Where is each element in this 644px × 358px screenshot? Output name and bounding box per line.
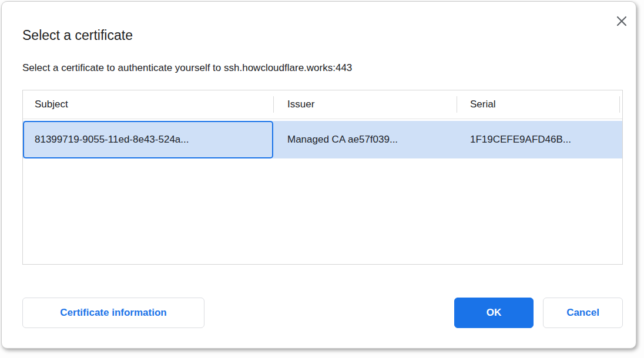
cell-issuer: Managed CA ae57f039...: [273, 121, 457, 158]
dialog-subtitle: Select a certificate to authenticate you…: [22, 62, 352, 74]
table-row-certificate[interactable]: 81399719-9055-11ed-8e43-524a... Managed …: [23, 121, 622, 158]
cancel-button[interactable]: Cancel: [543, 298, 623, 328]
dialog-title: Select a certificate: [22, 28, 133, 43]
ok-button[interactable]: OK: [454, 298, 534, 328]
cell-subject[interactable]: 81399719-9055-11ed-8e43-524a...: [23, 121, 273, 158]
table-header-row: Subject Issuer Serial: [23, 90, 622, 119]
close-icon: [615, 15, 628, 29]
certificate-select-dialog: Select a certificate Select a certificat…: [1, 1, 636, 349]
column-header-serial: Serial: [457, 90, 619, 119]
column-header-subject: Subject: [23, 90, 273, 119]
cell-serial: 1F19CEFE9AFD46B...: [457, 121, 619, 158]
certificate-table: Subject Issuer Serial 81399719-9055-11ed…: [22, 90, 623, 265]
close-button[interactable]: [612, 12, 631, 31]
column-header-issuer: Issuer: [273, 90, 457, 119]
column-header-filler: [619, 90, 622, 119]
certificate-information-button[interactable]: Certificate information: [22, 298, 204, 328]
